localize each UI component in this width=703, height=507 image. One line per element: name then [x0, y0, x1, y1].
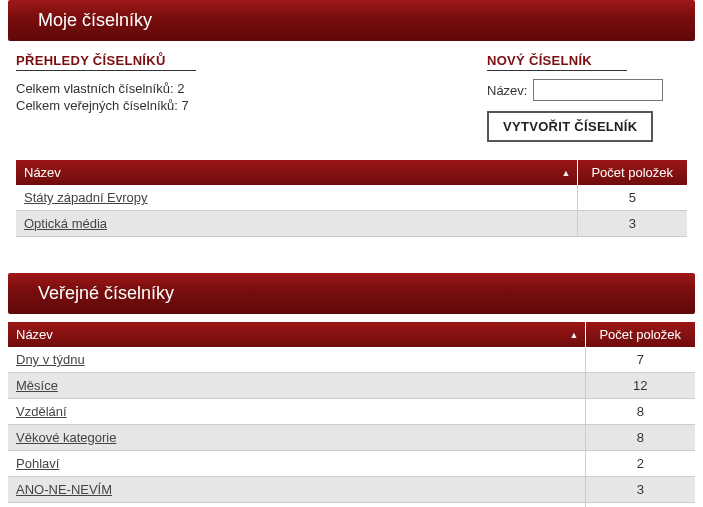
- stat-public-count: 7: [181, 98, 188, 113]
- overview-heading: PŘEHLEDY ČÍSELNÍKŮ: [16, 53, 196, 71]
- panel-title-public: Veřejné číselníky: [8, 273, 695, 314]
- row-name-link[interactable]: ANO-NE-NEVÍM: [16, 482, 112, 497]
- public-col-count-label: Počet položek: [599, 327, 681, 342]
- public-table: Název ▲ Počet položek Dny v týdnu 7 Měsí…: [8, 322, 695, 507]
- table-row: ANO-NE-NEVÍM 3: [8, 477, 695, 503]
- row-count: 5: [629, 190, 636, 205]
- row-name-link[interactable]: Optická média: [24, 216, 107, 231]
- row-count: 12: [633, 378, 647, 393]
- table-row: Optická média 3: [16, 211, 687, 237]
- row-count: 3: [629, 216, 636, 231]
- create-button[interactable]: VYTVOŘIT ČÍSELNÍK: [487, 111, 653, 142]
- name-input[interactable]: [533, 79, 663, 101]
- row-name-link[interactable]: Pohlaví: [16, 456, 59, 471]
- sort-asc-icon: ▲: [562, 168, 571, 178]
- my-table-body: Státy západní Evropy 5 Optická média 3: [16, 185, 687, 237]
- stat-public-label: Celkem veřejných číselníků:: [16, 98, 178, 113]
- row-name-link[interactable]: Měsíce: [16, 378, 58, 393]
- name-label: Název:: [487, 83, 527, 98]
- stat-own-label: Celkem vlastních číselníků:: [16, 81, 174, 96]
- my-col-name[interactable]: Název ▲: [16, 160, 577, 185]
- my-col-count-label: Počet položek: [591, 165, 673, 180]
- new-heading: NOVÝ ČÍSELNÍK: [487, 53, 627, 71]
- public-table-body: Dny v týdnu 7 Měsíce 12 Vzdělání 8 Věkov…: [8, 347, 695, 507]
- table-row: Pohlaví 2: [8, 451, 695, 477]
- table-row: Vzdělání 8: [8, 399, 695, 425]
- row-count: 8: [637, 404, 644, 419]
- row-count: 3: [637, 482, 644, 497]
- row-count: 8: [637, 430, 644, 445]
- row-name-link[interactable]: Státy západní Evropy: [24, 190, 148, 205]
- sort-asc-icon: ▲: [570, 330, 579, 340]
- table-row: Kraje ČR 14: [8, 503, 695, 508]
- new-column: NOVÝ ČÍSELNÍK Název: VYTVOŘIT ČÍSELNÍK: [487, 53, 687, 142]
- stat-own-count: 2: [177, 81, 184, 96]
- public-col-name-label: Název: [16, 327, 53, 342]
- my-col-count[interactable]: Počet položek: [577, 160, 687, 185]
- table-row: Měsíce 12: [8, 373, 695, 399]
- row-name-link[interactable]: Věkové kategorie: [16, 430, 116, 445]
- row-count: 2: [637, 456, 644, 471]
- table-row: Věkové kategorie 8: [8, 425, 695, 451]
- overview-column: PŘEHLEDY ČÍSELNÍKŮ Celkem vlastních číse…: [16, 53, 467, 142]
- row-name-link[interactable]: Vzdělání: [16, 404, 67, 419]
- my-table: Název ▲ Počet položek Státy západní Evro…: [16, 160, 687, 237]
- my-col-name-label: Název: [24, 165, 61, 180]
- stat-public: Celkem veřejných číselníků: 7: [16, 98, 467, 113]
- public-col-name[interactable]: Název ▲: [8, 322, 585, 347]
- stat-own: Celkem vlastních číselníků: 2: [16, 81, 467, 96]
- panel-title-my-text: Moje číselníky: [38, 10, 152, 30]
- panel-title-public-text: Veřejné číselníky: [38, 283, 174, 303]
- panel-title-my: Moje číselníky: [8, 0, 695, 41]
- public-col-count[interactable]: Počet položek: [585, 322, 695, 347]
- row-count: 7: [637, 352, 644, 367]
- row-name-link[interactable]: Dny v týdnu: [16, 352, 85, 367]
- table-row: Státy západní Evropy 5: [16, 185, 687, 211]
- table-row: Dny v týdnu 7: [8, 347, 695, 373]
